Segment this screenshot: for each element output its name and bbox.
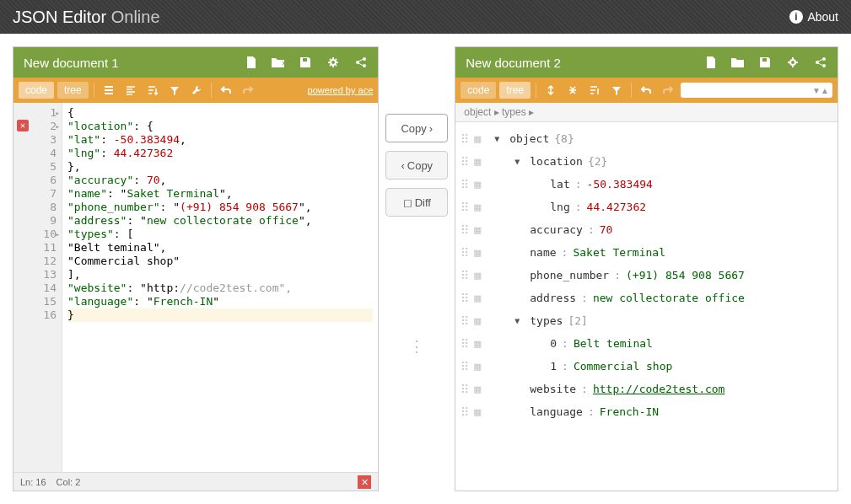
right-doc-title[interactable]: New document 2 xyxy=(466,56,561,70)
tree-value[interactable]: Commercial shop xyxy=(574,360,672,373)
tree-value[interactable]: -50.383494 xyxy=(587,178,653,190)
tree-row[interactable]: ⠿▦0 : Belt teminal xyxy=(459,332,834,355)
tree-value[interactable]: http://code2test.com xyxy=(593,383,725,395)
tree-key[interactable]: address xyxy=(530,292,576,304)
about-link[interactable]: i About xyxy=(789,10,838,24)
expand-icon[interactable]: ▼ xyxy=(514,157,525,166)
collapse-all-icon[interactable] xyxy=(563,83,582,98)
context-menu-icon[interactable]: ▦ xyxy=(474,269,484,281)
context-menu-icon[interactable]: ▦ xyxy=(474,405,484,418)
tree-row[interactable]: ⠿▦accuracy : 70 xyxy=(459,218,834,241)
tree-row[interactable]: ⠿▦phone_number : (+91) 854 908 5667 xyxy=(459,264,834,287)
drag-handle-icon[interactable]: ⠿ xyxy=(459,405,469,419)
filter-icon[interactable] xyxy=(165,83,184,98)
code-lines[interactable]: {"location": {"lat": -50.383494,"lng": 4… xyxy=(62,103,378,472)
sort-icon[interactable] xyxy=(585,83,604,98)
tree-key[interactable]: 0 xyxy=(550,337,557,350)
tree-key[interactable]: name xyxy=(530,246,556,259)
tree-key[interactable]: website xyxy=(530,383,576,395)
repair-icon[interactable] xyxy=(187,83,206,98)
redo-icon[interactable] xyxy=(239,83,257,98)
context-menu-icon[interactable]: ▦ xyxy=(474,292,484,304)
tree-row[interactable]: ⠿▦▼types [2] xyxy=(459,309,834,332)
powered-by-link[interactable]: powered by ace xyxy=(308,85,374,95)
drag-handle-icon[interactable]: ⠿ xyxy=(459,155,469,169)
tree-key[interactable]: object xyxy=(509,132,549,145)
drag-handle-icon[interactable]: ⠿ xyxy=(459,314,469,328)
context-menu-icon[interactable]: ▦ xyxy=(474,155,484,168)
tree-value[interactable]: 70 xyxy=(600,223,613,236)
tree-row[interactable]: ⠿▦lng : 44.427362 xyxy=(459,196,834,218)
compact-icon[interactable] xyxy=(121,83,140,98)
context-menu-icon[interactable]: ▦ xyxy=(474,337,484,350)
tree-row[interactable]: ⠿▦website : http://code2test.com xyxy=(459,378,834,400)
diff-button[interactable]: ◻ Diff xyxy=(385,188,448,217)
undo-icon[interactable] xyxy=(217,83,235,98)
tree-value[interactable]: (+91) 854 908 5667 xyxy=(626,269,745,281)
drag-handle-icon[interactable]: ⠿ xyxy=(459,201,469,214)
open-folder-icon[interactable] xyxy=(730,56,746,69)
save-icon[interactable] xyxy=(299,56,314,69)
undo-icon[interactable] xyxy=(637,83,655,98)
mode-code-button[interactable]: code xyxy=(461,82,496,99)
expand-all-icon[interactable] xyxy=(541,83,560,98)
context-menu-icon[interactable]: ▦ xyxy=(474,223,484,236)
tree-row[interactable]: ⠿▦address : new collectorate office xyxy=(459,287,834,309)
more-options-icon[interactable]: ⋮ xyxy=(409,343,424,350)
drag-handle-icon[interactable]: ⠿ xyxy=(459,337,469,351)
drag-handle-icon[interactable]: ⠿ xyxy=(459,223,469,237)
mode-tree-button[interactable]: tree xyxy=(57,82,89,99)
tree-value[interactable]: new collectorate office xyxy=(593,292,745,304)
tree-key[interactable]: accuracy xyxy=(530,223,583,236)
drag-handle-icon[interactable]: ⠿ xyxy=(459,246,469,260)
tree-view[interactable]: ⠿▦▼object {8}⠿▦▼location {2}⠿▦lat : -50.… xyxy=(455,122,838,491)
context-menu-icon[interactable]: ▦ xyxy=(474,178,484,190)
context-menu-icon[interactable]: ▦ xyxy=(474,314,484,327)
tree-key[interactable]: types xyxy=(530,314,563,327)
tree-value[interactable]: Belt teminal xyxy=(574,337,653,350)
search-input[interactable] xyxy=(686,84,812,96)
settings-icon[interactable] xyxy=(326,56,342,69)
context-menu-icon[interactable]: ▦ xyxy=(474,132,484,145)
copy-right-button[interactable]: Copy › xyxy=(385,114,448,142)
tree-row[interactable]: ⠿▦▼location {2} xyxy=(459,150,834,173)
tree-key[interactable]: location xyxy=(530,155,583,168)
settings-icon[interactable] xyxy=(786,56,801,69)
tree-value[interactable]: French-IN xyxy=(600,405,659,418)
drag-handle-icon[interactable]: ⠿ xyxy=(459,383,469,396)
tree-key[interactable]: phone_number xyxy=(530,269,609,281)
share-icon[interactable] xyxy=(814,56,827,69)
drag-handle-icon[interactable]: ⠿ xyxy=(459,132,469,146)
tree-value[interactable]: 44.427362 xyxy=(587,201,646,213)
tree-key[interactable]: 1 xyxy=(550,360,557,373)
drag-handle-icon[interactable]: ⠿ xyxy=(459,178,469,191)
context-menu-icon[interactable]: ▦ xyxy=(474,201,484,213)
context-menu-icon[interactable]: ▦ xyxy=(474,246,484,259)
tree-row[interactable]: ⠿▦lat : -50.383494 xyxy=(459,173,834,196)
mode-code-button[interactable]: code xyxy=(19,82,54,99)
tree-key[interactable]: language xyxy=(530,405,583,418)
copy-left-button[interactable]: ‹ Copy xyxy=(385,151,448,180)
share-icon[interactable] xyxy=(354,56,368,69)
expand-icon[interactable]: ▼ xyxy=(514,316,525,325)
search-box[interactable]: ▼▲ xyxy=(681,83,832,98)
sort-icon[interactable] xyxy=(143,83,162,98)
code-editor[interactable]: 1▸2▸✕345678910▸111213141516 {"location":… xyxy=(13,103,378,472)
drag-handle-icon[interactable]: ⠿ xyxy=(459,360,469,373)
tree-row[interactable]: ⠿▦▼object {8} xyxy=(459,127,834,150)
drag-handle-icon[interactable]: ⠿ xyxy=(459,269,469,282)
search-dropdown-icon[interactable]: ▼▲ xyxy=(812,86,829,95)
tree-key[interactable]: lat xyxy=(550,178,569,190)
format-icon[interactable] xyxy=(100,83,118,98)
redo-icon[interactable] xyxy=(659,83,677,98)
context-menu-icon[interactable]: ▦ xyxy=(474,360,484,373)
tree-value[interactable]: Saket Terminal xyxy=(573,246,665,259)
expand-icon[interactable]: ▼ xyxy=(494,134,504,143)
open-folder-icon[interactable] xyxy=(271,56,286,69)
filter-icon[interactable] xyxy=(607,83,626,98)
tree-key[interactable]: lng xyxy=(550,201,569,213)
tree-row[interactable]: ⠿▦name : Saket Terminal xyxy=(459,241,834,264)
context-menu-icon[interactable]: ▦ xyxy=(474,383,484,395)
tree-row[interactable]: ⠿▦1 : Commercial shop xyxy=(459,355,834,378)
tree-row[interactable]: ⠿▦language : French-IN xyxy=(459,400,834,423)
